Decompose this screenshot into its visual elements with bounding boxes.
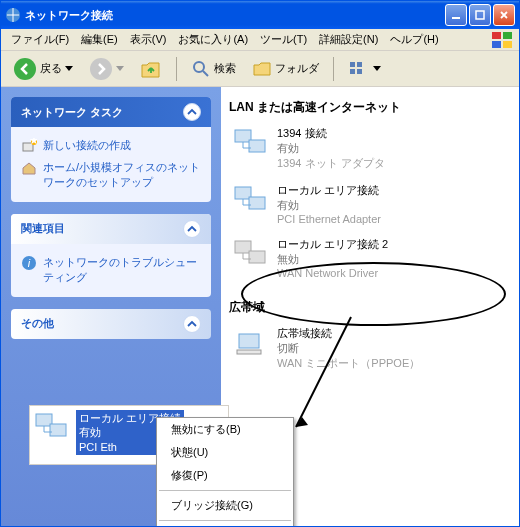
svg-rect-1 <box>452 17 460 19</box>
panel-other: その他 <box>11 309 211 339</box>
svg-rect-26 <box>237 350 261 354</box>
connection-icon <box>233 126 269 160</box>
menu-item-status[interactable]: 状態(U) <box>157 441 293 464</box>
connection-item[interactable]: ローカル エリア接続 有効 PCI Ethernet Adapter <box>229 177 511 231</box>
panel-network-tasks: ネットワーク タスク ★ 新しい接続の作成 ホーム/小規模オフィスのネットワーク… <box>11 97 211 202</box>
connection-name: 広帯域接続 <box>277 326 420 341</box>
connection-status: 無効 <box>277 252 388 267</box>
forward-icon <box>89 57 113 81</box>
svg-rect-3 <box>492 32 501 39</box>
connection-icon <box>34 410 70 444</box>
svg-rect-11 <box>357 62 362 67</box>
back-icon <box>13 57 37 81</box>
panel-header-other[interactable]: その他 <box>11 309 211 339</box>
search-icon <box>191 59 211 79</box>
menu-item-disable[interactable]: 無効にする(B) <box>157 418 293 441</box>
svg-rect-12 <box>350 69 355 74</box>
connection-device: WAN Network Driver <box>277 267 388 279</box>
svg-text:★: ★ <box>29 138 37 146</box>
svg-rect-28 <box>50 424 66 436</box>
chevron-down-icon <box>65 66 73 72</box>
panel-title: 関連項目 <box>21 221 65 236</box>
section-title-lan: LAN または高速インターネット <box>229 95 511 120</box>
svg-rect-24 <box>249 251 265 263</box>
panel-related: 関連項目 i ネットワークのトラブルシューティング <box>11 214 211 297</box>
connection-icon <box>233 183 269 217</box>
menubar: ファイル(F) 編集(E) 表示(V) お気に入り(A) ツール(T) 詳細設定… <box>1 29 519 51</box>
panel-title: その他 <box>21 316 54 331</box>
link-label: ネットワークのトラブルシューティング <box>43 255 201 286</box>
connection-status: 有効 <box>277 141 385 156</box>
svg-rect-10 <box>350 62 355 67</box>
menu-item-shortcut[interactable]: ショートカットの作成(S) <box>157 524 293 526</box>
collapse-icon <box>183 220 201 238</box>
connection-name: ローカル エリア接続 <box>277 183 381 198</box>
new-connection-icon: ★ <box>21 138 37 154</box>
menu-help[interactable]: ヘルプ(H) <box>384 30 444 49</box>
home-network-icon <box>21 160 37 176</box>
connection-device: PCI Ethernet Adapter <box>277 213 381 225</box>
svg-point-9 <box>194 62 204 72</box>
chevron-down-icon <box>373 66 381 72</box>
maximize-button[interactable] <box>469 4 491 26</box>
window-title: ネットワーク接続 <box>25 8 443 23</box>
link-new-connection[interactable]: ★ 新しい接続の作成 <box>21 135 201 157</box>
folders-label: フォルダ <box>275 61 319 76</box>
link-troubleshoot[interactable]: i ネットワークのトラブルシューティング <box>21 252 201 289</box>
folders-button[interactable]: フォルダ <box>246 56 325 82</box>
menu-item-bridge[interactable]: ブリッジ接続(G) <box>157 494 293 517</box>
connection-device: WAN ミニポート（PPPOE） <box>277 356 420 371</box>
svg-rect-6 <box>503 41 512 48</box>
svg-rect-2 <box>476 11 484 19</box>
panel-title: ネットワーク タスク <box>21 105 123 120</box>
link-home-office-setup[interactable]: ホーム/小規模オフィスのネットワークのセットアップ <box>21 157 201 194</box>
views-button[interactable] <box>342 56 387 82</box>
up-button[interactable] <box>134 55 168 83</box>
connection-status: 切断 <box>277 341 420 356</box>
collapse-icon <box>183 315 201 333</box>
window: ネットワーク接続 ファイル(F) 編集(E) 表示(V) お気に入り(A) ツー… <box>0 0 520 527</box>
menu-edit[interactable]: 編集(E) <box>75 30 124 49</box>
minimize-button[interactable] <box>445 4 467 26</box>
chevron-down-icon <box>116 66 124 72</box>
titlebar: ネットワーク接続 <box>1 1 519 29</box>
search-label: 検索 <box>214 61 236 76</box>
connection-device: 1394 ネット アダプタ <box>277 156 385 171</box>
toolbar-separator <box>176 57 177 81</box>
toolbar: 戻る 検索 フォルダ <box>1 51 519 87</box>
menu-separator <box>159 490 291 491</box>
menu-separator <box>159 520 291 521</box>
connection-item[interactable]: 広帯域接続 切断 WAN ミニポート（PPPOE） <box>229 320 511 377</box>
menu-tools[interactable]: ツール(T) <box>254 30 313 49</box>
network-app-icon <box>5 7 21 23</box>
connection-disabled-icon <box>233 237 269 271</box>
menu-view[interactable]: 表示(V) <box>124 30 173 49</box>
connection-item[interactable]: 1394 接続 有効 1394 ネット アダプタ <box>229 120 511 177</box>
svg-rect-13 <box>357 69 362 74</box>
menu-item-repair[interactable]: 修復(P) <box>157 464 293 487</box>
section-title-broadband: 広帯域 <box>229 295 511 320</box>
folders-icon <box>252 59 272 79</box>
link-label: 新しい接続の作成 <box>43 138 131 153</box>
back-button[interactable]: 戻る <box>7 54 79 84</box>
menu-file[interactable]: ファイル(F) <box>5 30 75 49</box>
connection-name: 1394 接続 <box>277 126 385 141</box>
svg-point-7 <box>14 58 36 80</box>
close-button[interactable] <box>493 4 515 26</box>
views-icon <box>348 59 370 79</box>
panel-header-related[interactable]: 関連項目 <box>11 214 211 244</box>
connection-item[interactable]: ローカル エリア接続 2 無効 WAN Network Driver <box>229 231 511 285</box>
svg-rect-25 <box>239 334 259 348</box>
svg-rect-22 <box>249 197 265 209</box>
menu-advanced[interactable]: 詳細設定(N) <box>313 30 384 49</box>
info-icon: i <box>21 255 37 271</box>
search-button[interactable]: 検索 <box>185 56 242 82</box>
forward-button[interactable] <box>83 54 130 84</box>
svg-rect-4 <box>503 32 512 39</box>
panel-header-tasks[interactable]: ネットワーク タスク <box>11 97 211 127</box>
collapse-icon <box>183 103 201 121</box>
menu-favorites[interactable]: お気に入り(A) <box>172 30 254 49</box>
context-menu: 無効にする(B) 状態(U) 修復(P) ブリッジ接続(G) ショートカットの作… <box>156 417 294 526</box>
broadband-icon <box>233 326 269 360</box>
windows-flag-icon <box>491 31 515 49</box>
